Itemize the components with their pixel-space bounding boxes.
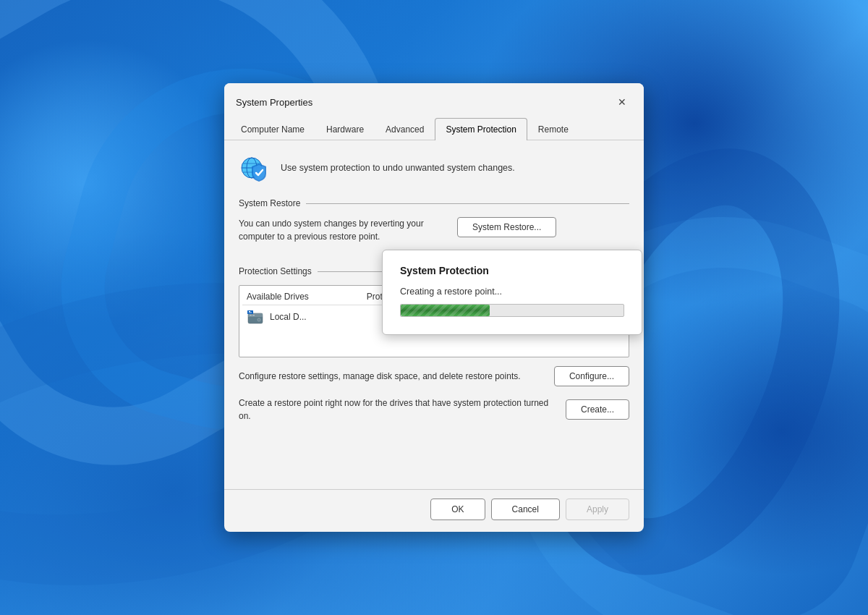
configure-text: Configure restore settings, manage disk … <box>239 370 542 383</box>
protection-settings-label: Protection Settings <box>239 266 312 276</box>
svg-rect-7 <box>250 315 252 316</box>
apply-button: Apply <box>566 499 629 520</box>
progress-message: Creating a restore point... <box>400 287 624 297</box>
restore-description: You can undo system changes by reverting… <box>239 217 448 243</box>
tab-hardware[interactable]: Hardware <box>315 118 375 140</box>
system-restore-divider: System Restore <box>239 198 629 208</box>
system-restore-button[interactable]: System Restore... <box>457 217 556 237</box>
drive-icon <box>247 308 264 326</box>
system-restore-label: System Restore <box>239 198 300 208</box>
close-button[interactable]: ✕ <box>612 92 632 112</box>
divider-line <box>306 203 629 204</box>
progress-bar-fill <box>401 305 490 316</box>
dialog-title: System Properties <box>236 97 312 108</box>
svg-rect-8 <box>252 315 255 316</box>
column-drives: Available Drives <box>247 292 309 302</box>
configure-row: Configure restore settings, manage disk … <box>239 366 629 386</box>
svg-rect-13 <box>249 313 252 313</box>
create-row: Create a restore point right now for the… <box>239 396 629 423</box>
intro-section: Use system protection to undo unwanted s… <box>239 152 629 184</box>
system-restore-section: System Restore You can undo system chang… <box>239 198 629 252</box>
svg-point-10 <box>259 320 260 321</box>
progress-dialog-title: System Protection <box>400 265 624 276</box>
tab-system-protection[interactable]: System Protection <box>435 118 527 140</box>
ok-button[interactable]: OK <box>430 499 485 520</box>
cancel-button[interactable]: Cancel <box>491 499 560 520</box>
tab-advanced[interactable]: Advanced <box>375 118 435 140</box>
system-protection-icon <box>239 152 271 184</box>
configure-button[interactable]: Configure... <box>554 366 629 386</box>
system-properties-dialog: System Properties ✕ Computer Name Hardwa… <box>224 83 644 532</box>
restore-row: You can undo system changes by reverting… <box>239 217 629 252</box>
tab-computer-name[interactable]: Computer Name <box>230 118 315 140</box>
intro-text: Use system protection to undo unwanted s… <box>281 161 515 175</box>
svg-rect-12 <box>249 311 250 312</box>
create-button[interactable]: Create... <box>566 399 629 420</box>
tabs-container: Computer Name Hardware Advanced System P… <box>224 118 644 140</box>
progress-bar-container <box>400 304 624 317</box>
progress-dialog: System Protection Creating a restore poi… <box>382 250 642 335</box>
drive-name: Local D... <box>270 312 307 322</box>
dialog-footer: OK Cancel Apply <box>224 489 644 532</box>
create-text: Create a restore point right now for the… <box>239 396 554 423</box>
tab-remote[interactable]: Remote <box>527 118 579 140</box>
dialog-titlebar: System Properties ✕ <box>224 83 644 118</box>
